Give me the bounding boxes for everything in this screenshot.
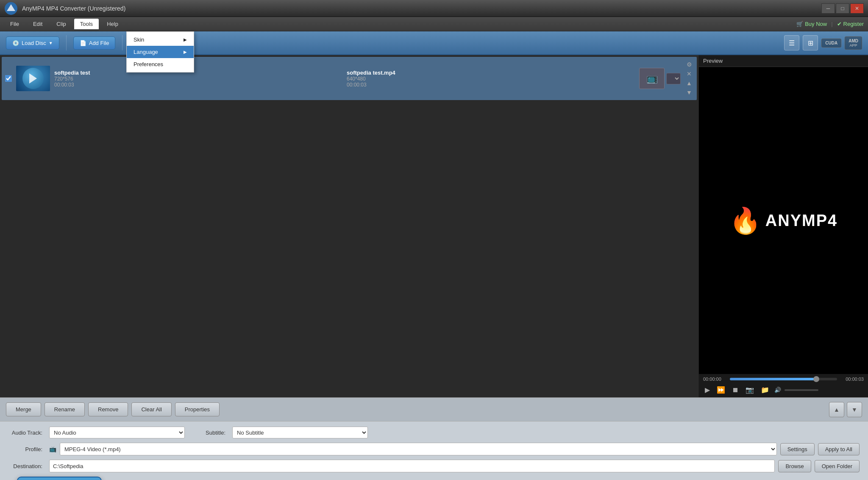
preview-progress-bar[interactable] — [730, 378, 837, 380]
menu-tools[interactable]: Tools — [74, 19, 99, 29]
menu-language-item[interactable]: Language ▶ — [127, 46, 194, 58]
format-select-button[interactable]: 📺 — [639, 68, 665, 89]
profile-label: Profile: — [8, 446, 42, 452]
tools-dropdown-menu: Skin ▶ Language ▶ Preferences — [126, 31, 194, 73]
cuda-label: CUDA — [825, 41, 837, 45]
menu-bar: File Edit Clip Tools Help 🛒 Buy Now | ✔ … — [0, 17, 868, 31]
profile-row: Profile: 📺 MPEG-4 Video (*.mp4) Settings… — [8, 443, 860, 455]
output-dims: 640*480 — [347, 76, 635, 82]
fast-forward-button[interactable]: ⏩ — [715, 385, 727, 395]
move-down-button[interactable]: ▼ — [847, 402, 862, 417]
minimize-button[interactable]: ─ — [821, 3, 835, 14]
cart-icon: 🛒 — [796, 21, 803, 27]
convert-button[interactable]: Convert — [17, 477, 102, 480]
merge-button[interactable]: Merge — [6, 402, 41, 416]
volume-slider[interactable] — [785, 389, 818, 391]
disc-icon: 💿 — [12, 40, 19, 46]
time-bar: 00:00:00 00:00:03 — [703, 377, 864, 382]
flame-logo-icon: 🔥 — [729, 206, 761, 236]
toolbar-sep-1 — [66, 35, 67, 50]
item-actions: ⚙ ✕ ▲ ▼ — [685, 60, 693, 97]
menu-right: 🛒 Buy Now | ✔ Register — [796, 21, 864, 27]
load-disc-button[interactable]: 💿 Load Disc ▼ — [6, 36, 59, 50]
playback-controls: ▶ ⏩ ⏹ 📷 📁 🔊 — [703, 385, 864, 395]
subtitle-select[interactable]: No Subtitle — [232, 427, 368, 438]
amd-button[interactable]: AMD APP — [845, 36, 862, 50]
skin-arrow-icon: ▶ — [184, 37, 187, 42]
view-grid-button[interactable]: ⊞ — [803, 35, 818, 50]
menu-help[interactable]: Help — [101, 19, 124, 29]
profile-select[interactable]: MPEG-4 Video (*.mp4) — [60, 443, 777, 455]
preview-label: Preview — [699, 55, 868, 67]
file-dims: 720*576 — [54, 76, 342, 82]
profile-format-icon: 📺 — [49, 446, 56, 452]
format-dropdown[interactable] — [666, 73, 681, 84]
subtitle-label: Subtitle: — [192, 430, 225, 436]
rename-button[interactable]: Rename — [45, 402, 85, 416]
file-item: softpedia test 720*576 00:00:03 softpedi… — [2, 57, 697, 100]
toolbar-right: ☰ ⊞ CUDA AMD APP — [784, 35, 862, 50]
item-close-button[interactable]: ✕ — [685, 70, 693, 78]
view-list-button[interactable]: ☰ — [784, 35, 799, 50]
format-icon: 📺 — [646, 73, 658, 84]
file-checkbox[interactable] — [5, 75, 12, 82]
output-duration: 00:00:03 — [347, 82, 635, 88]
menu-clip[interactable]: Clip — [50, 19, 72, 29]
add-file-button[interactable]: 📄 Add File — [73, 36, 116, 50]
convert-section: Convert — [8, 477, 860, 480]
buy-now-button[interactable]: 🛒 Buy Now — [796, 21, 827, 27]
maximize-button[interactable]: □ — [836, 3, 849, 14]
format-btn-group: 📺 — [639, 68, 681, 89]
destination-row-inner: Browse Open Folder — [49, 460, 860, 472]
stop-button[interactable]: ⏹ — [730, 385, 740, 395]
snapshot-button[interactable]: 📷 — [744, 385, 756, 395]
main-content: softpedia test 720*576 00:00:03 softpedi… — [0, 55, 868, 397]
apply-to-all-button[interactable]: Apply to All — [818, 443, 860, 455]
language-label: Language — [134, 49, 158, 55]
file-name: softpedia test — [54, 70, 342, 76]
preview-video: 🔥 ANYMP4 — [699, 67, 868, 374]
progress-fill — [730, 378, 815, 380]
move-up-button[interactable]: ▲ — [829, 402, 844, 417]
app-logo-icon — [4, 2, 18, 15]
clear-all-button[interactable]: Clear All — [131, 402, 171, 416]
file-info: softpedia test 720*576 00:00:03 — [54, 70, 342, 88]
file-list: softpedia test 720*576 00:00:03 softpedi… — [0, 55, 698, 397]
cuda-button[interactable]: CUDA — [821, 39, 841, 47]
file-output-info: softpedia test.mp4 640*480 00:00:03 — [347, 70, 635, 88]
item-up-button[interactable]: ▲ — [685, 79, 693, 87]
register-label: Register — [843, 21, 864, 27]
audio-subtitle-row: Audio Track: No Audio Subtitle: No Subti… — [8, 427, 860, 438]
audio-track-select[interactable]: No Audio — [49, 427, 185, 438]
destination-input[interactable] — [49, 460, 775, 472]
audio-track-label: Audio Track: — [8, 430, 42, 436]
check-icon: ✔ — [837, 21, 842, 27]
item-down-button[interactable]: ▼ — [685, 88, 693, 97]
anymp4-logo: 🔥 ANYMP4 — [729, 206, 837, 236]
title-bar-left: AnyMP4 MP4 Converter (Unregistered) — [4, 2, 125, 15]
settings-button[interactable]: Settings — [780, 443, 815, 455]
menu-file[interactable]: File — [4, 19, 25, 29]
menu-skin-item[interactable]: Skin ▶ — [127, 33, 194, 46]
open-folder-button[interactable]: 📁 — [759, 385, 771, 395]
add-file-label: Add File — [89, 40, 109, 46]
item-settings-button[interactable]: ⚙ — [685, 60, 693, 69]
preview-controls: 00:00:00 00:00:03 ▶ ⏩ ⏹ 📷 📁 🔊 — [699, 374, 868, 397]
addfile-icon: 📄 — [80, 40, 86, 46]
destination-label: Destination: — [8, 463, 42, 469]
close-button[interactable]: ✕ — [850, 3, 864, 14]
browse-button[interactable]: Browse — [778, 460, 811, 472]
logo-text: ANYMP4 — [765, 212, 837, 230]
menu-edit[interactable]: Edit — [27, 19, 48, 29]
remove-button[interactable]: Remove — [88, 402, 128, 416]
register-button[interactable]: ✔ Register — [837, 21, 864, 27]
settings-form: Audio Track: No Audio Subtitle: No Subti… — [8, 427, 860, 472]
skin-label: Skin — [134, 36, 144, 43]
play-button[interactable]: ▶ — [703, 385, 712, 395]
properties-button[interactable]: Properties — [175, 402, 220, 416]
open-folder-button[interactable]: Open Folder — [815, 460, 860, 472]
destination-row: Destination: Browse Open Folder — [8, 460, 860, 472]
menu-separator: | — [831, 21, 832, 27]
menu-preferences-item[interactable]: Preferences — [127, 58, 194, 70]
file-thumbnail — [16, 66, 50, 91]
